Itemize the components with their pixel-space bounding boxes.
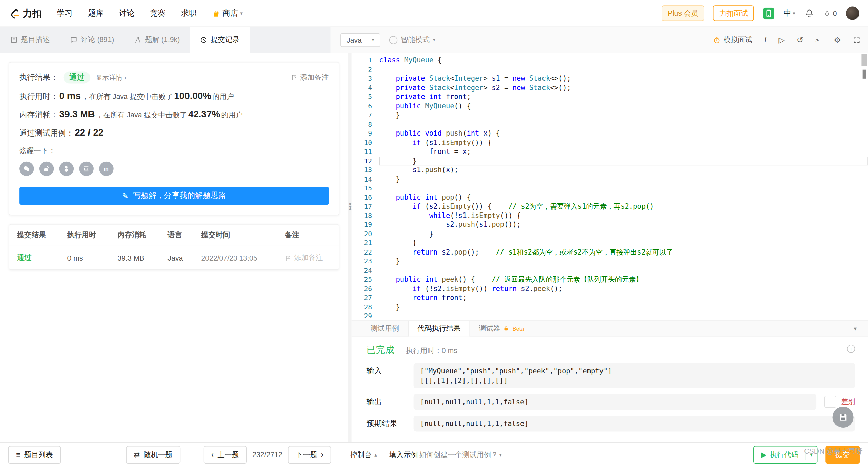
- code-editor[interactable]: 1234567891011121314151617181920212223242…: [352, 53, 868, 321]
- run-code-button[interactable]: ▶ 执行代码 ▾: [754, 446, 818, 463]
- user-avatar[interactable]: [846, 7, 859, 20]
- terminal-icon[interactable]: >_: [815, 37, 822, 43]
- tab-submissions[interactable]: 提交记录: [190, 27, 250, 53]
- chevron-right-icon: ›: [321, 450, 323, 459]
- tab-comments[interactable]: 评论 (891): [60, 27, 124, 53]
- console-toggle[interactable]: 控制台 ▴: [350, 450, 377, 460]
- plus-member-button[interactable]: Plus 会员: [662, 5, 705, 21]
- col-time: 提交时间: [194, 225, 277, 246]
- scrollbar-thumb[interactable]: [861, 54, 867, 66]
- run-status: 已完成: [367, 344, 395, 357]
- output-value: [null,null,null,1,1,false]: [414, 394, 817, 410]
- overview-ruler-mark: [863, 70, 866, 79]
- stopwatch-icon: [713, 36, 721, 44]
- code-line-18: while(!s1.isEmpty()) {: [379, 211, 868, 220]
- fill-example-help[interactable]: 填入示例 如何创建一个测试用例？ ▾: [389, 450, 502, 460]
- chevron-down-icon: ▾: [499, 452, 502, 457]
- testcases-value: 22 / 22: [75, 127, 103, 139]
- submission-result-link[interactable]: 通过: [9, 246, 60, 269]
- code-line-16: public int pop() {: [379, 193, 868, 202]
- chevron-down-icon: ▾: [433, 37, 435, 42]
- top-navbar: 力扣 学习 题库 讨论 竞赛 求职 商店 ▾ Plus 会员 力扣面试: [0, 0, 868, 27]
- tab-description[interactable]: 题目描述: [0, 27, 60, 53]
- chevron-down-icon: ▾: [372, 37, 374, 42]
- tab-debugger[interactable]: 调试器 Beta: [470, 321, 533, 337]
- input-label: 输入: [367, 363, 414, 376]
- chevron-down-icon: ▾: [240, 11, 243, 16]
- qq-icon[interactable]: [59, 162, 74, 176]
- douban-icon[interactable]: [79, 162, 93, 176]
- share-label: 炫耀一下：: [19, 146, 329, 156]
- nav-item-jobs[interactable]: 求职: [181, 8, 197, 18]
- nav-item-contest[interactable]: 竞赛: [150, 8, 165, 18]
- leetcode-logo[interactable]: 力扣: [9, 7, 41, 20]
- chevron-up-icon: ▴: [374, 452, 377, 457]
- prev-problem-button[interactable]: ‹ 上一题: [203, 446, 247, 463]
- code-line-8: [379, 120, 868, 129]
- run-result-body: 已完成 执行用时：0 ms i 输入 ["MyQueue","push","pu…: [352, 337, 868, 447]
- testcases-stat: 通过测试用例： 22 / 22: [19, 127, 329, 139]
- diff-label[interactable]: 差别: [841, 397, 855, 407]
- expected-value: [null,null,null,1,1,false]: [414, 416, 855, 431]
- row-add-note-button[interactable]: 添加备注: [285, 253, 334, 263]
- submissions-table: 提交结果 执行用时 内存消耗 语言 提交时间 备注 通过 0 ms 39.3 M: [9, 225, 339, 269]
- mock-interview-button[interactable]: 模拟面试: [713, 35, 752, 45]
- share-icons: in: [19, 162, 329, 176]
- col-runtime: 执行用时: [60, 225, 110, 246]
- leetcode-interview-button[interactable]: 力扣面试: [713, 5, 754, 21]
- code-lines[interactable]: class MyQueue { private Stack<Integer> s…: [379, 56, 868, 320]
- tab-solutions[interactable]: 题解 (1.9k): [124, 27, 190, 53]
- panel-resize-handle[interactable]: ●●●: [348, 53, 352, 442]
- reset-code-icon[interactable]: ↺: [797, 36, 803, 44]
- tab-testcase[interactable]: 测试用例: [361, 321, 408, 337]
- code-line-10: if (s1.isEmpty()) {: [379, 138, 868, 147]
- code-line-20: }: [379, 229, 868, 239]
- nav-item-learn[interactable]: 学习: [57, 8, 73, 18]
- problem-list-button[interactable]: ≡ 题目列表: [8, 446, 60, 463]
- random-problem-button[interactable]: ⇄ 随机一题: [126, 446, 180, 463]
- diff-toggle-checkbox[interactable]: [824, 396, 836, 408]
- next-problem-button[interactable]: 下一题 ›: [288, 446, 331, 463]
- wechat-icon[interactable]: [19, 162, 34, 176]
- nav-item-store[interactable]: 商店 ▾: [212, 8, 243, 18]
- chevron-left-icon: ‹: [211, 450, 214, 459]
- submit-button[interactable]: 提交: [825, 446, 860, 463]
- info-circle-icon[interactable]: i: [847, 345, 855, 353]
- history-clock-icon: [200, 36, 208, 44]
- notification-bell-icon[interactable]: [804, 8, 814, 18]
- shuffle-icon: ⇄: [134, 450, 140, 459]
- code-line-3: private Stack<Integer> s1 = new Stack<>(…: [379, 74, 868, 83]
- mobile-app-icon[interactable]: [763, 7, 774, 19]
- runtime-beats: 100.00%: [174, 91, 211, 102]
- settings-gear-icon[interactable]: ⚙: [834, 36, 841, 44]
- play-icon: ▶: [761, 450, 766, 459]
- write-solution-button[interactable]: ✎ 写题解，分享我的解题思路: [19, 187, 329, 205]
- nav-item-problems[interactable]: 题库: [88, 8, 104, 18]
- info-icon[interactable]: i: [764, 36, 766, 44]
- run-icon[interactable]: ▷: [779, 36, 785, 44]
- code-line-2: [379, 65, 868, 74]
- linkedin-icon[interactable]: in: [99, 162, 113, 176]
- result-status-badge[interactable]: 通过: [64, 72, 90, 84]
- code-line-27: return front;: [379, 293, 868, 302]
- nav-item-discuss[interactable]: 讨论: [119, 8, 135, 18]
- collapse-chevron-icon[interactable]: ▾: [854, 325, 857, 332]
- result-label: 执行结果：: [19, 73, 58, 82]
- smart-mode-select[interactable]: 智能模式 ▾: [389, 35, 435, 45]
- editor-scrollbar[interactable]: [861, 54, 867, 314]
- watermark-save-icon: [833, 407, 854, 428]
- shopping-bag-icon: [212, 9, 220, 17]
- show-detail-link[interactable]: 显示详情 ›: [96, 73, 126, 82]
- weibo-icon[interactable]: [39, 162, 54, 176]
- code-line-24: [379, 266, 868, 275]
- col-language: 语言: [160, 225, 194, 246]
- expected-label: 预期结果: [367, 416, 414, 429]
- language-switcher[interactable]: 中 ▾: [784, 8, 795, 18]
- streak-count: 0: [833, 9, 837, 17]
- code-line-13: s1.push(x);: [379, 165, 868, 175]
- tab-run-result[interactable]: 代码执行结果: [408, 321, 470, 337]
- add-note-button[interactable]: 添加备注: [291, 73, 329, 82]
- language-select[interactable]: Java ▾: [340, 33, 380, 47]
- daily-streak[interactable]: 0: [823, 8, 837, 18]
- fullscreen-icon[interactable]: [853, 36, 860, 43]
